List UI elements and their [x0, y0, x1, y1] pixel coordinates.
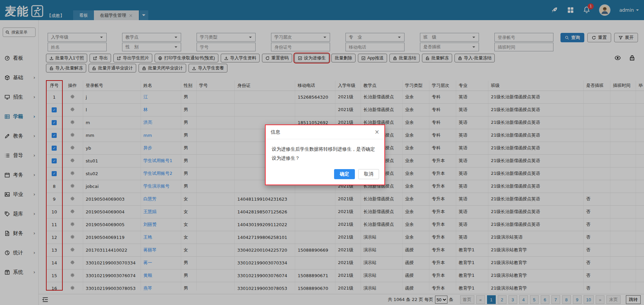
close-icon[interactable]: × [375, 129, 379, 135]
confirm-button[interactable]: 确定 [334, 169, 355, 179]
modal-footer: 确定 取消 [266, 165, 384, 185]
modal-message: 设为进修生后学生数据将转移到进修生，是否确定设为进修生？ [266, 139, 384, 165]
modal-header: 信息 × [266, 125, 384, 139]
modal-title: 信息 [271, 129, 280, 135]
cancel-button[interactable]: 取消 [358, 169, 379, 179]
confirm-modal: 信息 × 设为进修生后学生数据将转移到进修生，是否确定设为进修生？ 确定 取消 [265, 124, 385, 185]
